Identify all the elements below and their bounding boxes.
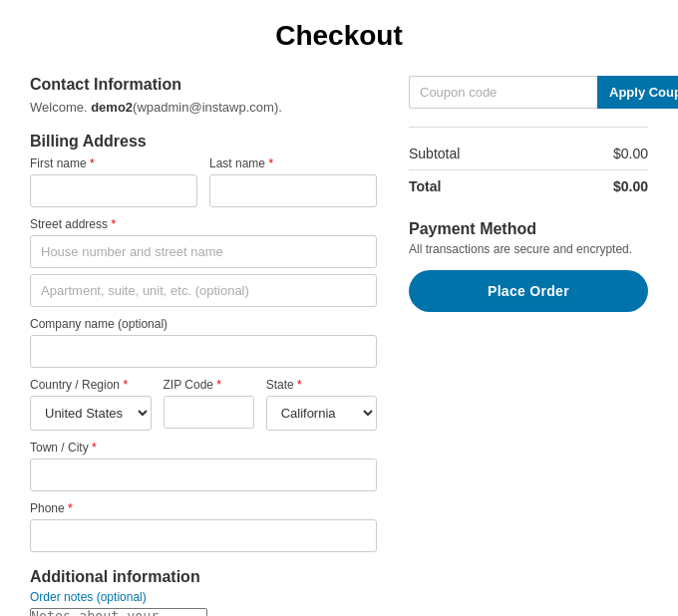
last-name-input[interactable] bbox=[209, 174, 377, 207]
city-label: Town / City * bbox=[30, 441, 377, 455]
city-input[interactable] bbox=[30, 459, 377, 491]
total-value: $0.00 bbox=[613, 178, 648, 194]
street-address-line1-input[interactable] bbox=[30, 235, 377, 268]
additional-information-section: Additional information Order notes (opti… bbox=[30, 568, 377, 616]
page-title: Checkout bbox=[30, 20, 648, 52]
zip-group: ZIP Code * bbox=[164, 378, 254, 431]
email-text: (wpadmin@instawp.com). bbox=[133, 100, 282, 115]
company-label: Company name (optional) bbox=[30, 317, 377, 331]
first-name-label: First name * bbox=[30, 156, 197, 170]
state-group: State * California bbox=[266, 378, 377, 431]
country-group: Country / Region * United States (... bbox=[30, 378, 152, 431]
contact-information-section: Contact Information Welcome. demo2(wpadm… bbox=[30, 76, 377, 115]
state-select[interactable]: California bbox=[266, 396, 377, 431]
state-label: State * bbox=[266, 378, 377, 392]
street-address-label: Street address * bbox=[30, 217, 377, 231]
street-required: * bbox=[111, 217, 116, 231]
coupon-row: Apply Coupon bbox=[409, 76, 648, 109]
city-row: Town / City * bbox=[30, 441, 377, 491]
billing-address-section: Billing Address First name * Last name * bbox=[30, 133, 377, 552]
street-address-group: Street address * bbox=[30, 217, 377, 307]
total-row: Total $0.00 bbox=[409, 169, 648, 202]
additional-info-title: Additional information bbox=[30, 568, 377, 586]
company-group: Company name (optional) bbox=[30, 317, 377, 368]
secure-text: All transactions are secure and encrypte… bbox=[409, 242, 648, 256]
last-name-required: * bbox=[268, 156, 273, 170]
zip-input[interactable] bbox=[164, 396, 254, 429]
first-name-group: First name * bbox=[30, 156, 197, 207]
company-row: Company name (optional) bbox=[30, 317, 377, 368]
country-label: Country / Region * bbox=[30, 378, 152, 392]
order-notes-textarea[interactable] bbox=[30, 608, 207, 616]
country-zip-state-row: Country / Region * United States (... ZI… bbox=[30, 378, 377, 431]
place-order-button[interactable]: Place Order bbox=[409, 270, 648, 312]
right-column: Apply Coupon Subtotal $0.00 Total $0.00 … bbox=[409, 76, 648, 328]
order-summary: Subtotal $0.00 Total $0.00 bbox=[409, 127, 648, 202]
payment-method-section: Payment Method All transactions are secu… bbox=[409, 220, 648, 312]
total-label: Total bbox=[409, 178, 441, 194]
company-input[interactable] bbox=[30, 335, 377, 368]
subtotal-label: Subtotal bbox=[409, 146, 460, 161]
subtotal-row: Subtotal $0.00 bbox=[409, 138, 648, 169]
left-column: Contact Information Welcome. demo2(wpadm… bbox=[30, 76, 377, 616]
subtotal-value: $0.00 bbox=[613, 146, 648, 161]
order-notes-label: Order notes (optional) bbox=[30, 590, 377, 604]
phone-row: Phone * bbox=[30, 501, 377, 552]
first-name-input[interactable] bbox=[30, 174, 197, 207]
username: demo2 bbox=[91, 100, 133, 115]
first-name-required: * bbox=[90, 156, 95, 170]
apply-coupon-button[interactable]: Apply Coupon bbox=[597, 76, 678, 109]
payment-method-title: Payment Method bbox=[409, 220, 648, 238]
coupon-input[interactable] bbox=[409, 76, 597, 109]
street-address-line2-input[interactable] bbox=[30, 274, 377, 307]
last-name-group: Last name * bbox=[209, 156, 377, 207]
city-group: Town / City * bbox=[30, 441, 377, 491]
name-row: First name * Last name * bbox=[30, 156, 377, 207]
welcome-text: Welcome. bbox=[30, 100, 91, 115]
country-select[interactable]: United States (... bbox=[30, 396, 152, 431]
street-address-row: Street address * bbox=[30, 217, 377, 307]
zip-label: ZIP Code * bbox=[164, 378, 254, 392]
welcome-message: Welcome. demo2(wpadmin@instawp.com). bbox=[30, 100, 377, 115]
phone-label: Phone * bbox=[30, 501, 377, 515]
last-name-label: Last name * bbox=[209, 156, 377, 170]
billing-address-title: Billing Address bbox=[30, 133, 377, 151]
contact-info-title: Contact Information bbox=[30, 76, 377, 94]
phone-group: Phone * bbox=[30, 501, 377, 552]
phone-input[interactable] bbox=[30, 519, 377, 552]
